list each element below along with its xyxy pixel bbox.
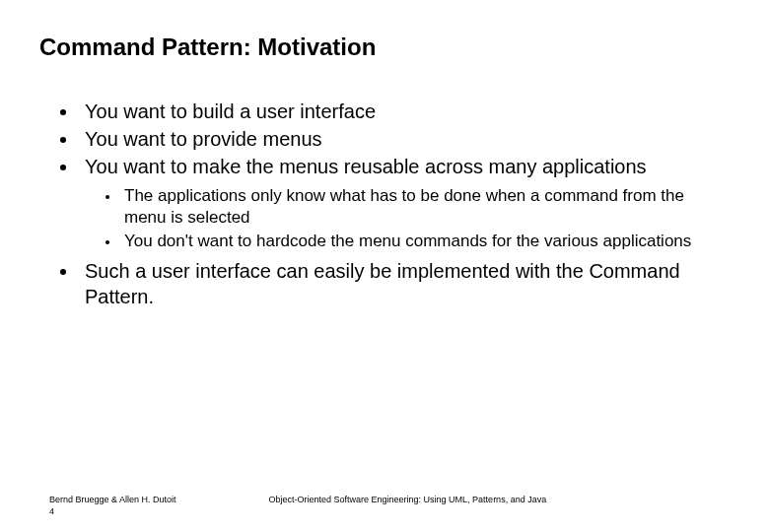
page-number: 4 xyxy=(49,506,266,516)
slide-footer: Bernd Bruegge & Allen H. Dutoit 4 Object… xyxy=(49,495,730,516)
bullet-item: You want to provide menus xyxy=(79,126,730,152)
sub-bullet-item: You don't want to hardcode the menu comm… xyxy=(120,231,730,252)
bullet-item: You want to build a user interface xyxy=(79,99,730,124)
footer-book-title: Object-Oriented Software Engineering: Us… xyxy=(269,495,547,504)
sub-bullet-item: The applications only know what has to b… xyxy=(120,185,730,229)
bullet-item: Such a user interface can easily be impl… xyxy=(79,258,730,309)
bullet-item: You want to make the menus reusable acro… xyxy=(79,154,730,252)
footer-left: Bernd Bruegge & Allen H. Dutoit 4 xyxy=(49,495,266,516)
bullet-text: You want to make the menus reusable acro… xyxy=(85,156,647,177)
sub-bullet-list: The applications only know what has to b… xyxy=(120,185,730,252)
slide-title: Command Pattern: Motivation xyxy=(39,33,730,61)
main-bullet-list: You want to build a user interface You w… xyxy=(79,99,730,309)
footer-authors: Bernd Bruegge & Allen H. Dutoit xyxy=(49,495,266,504)
